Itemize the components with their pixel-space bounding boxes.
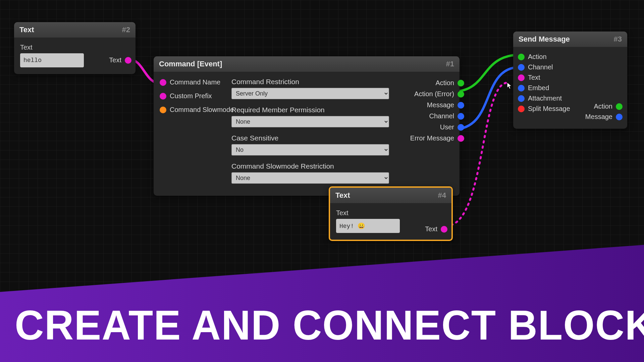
output-port-action[interactable] — [616, 103, 623, 110]
text-input[interactable] — [336, 219, 400, 233]
node-header[interactable]: Send Message #3 — [513, 32, 627, 47]
text-input[interactable] — [20, 53, 84, 67]
port-label: Attachment — [528, 95, 562, 102]
output-port-text[interactable] — [441, 226, 447, 233]
port-label: Channel — [429, 112, 454, 120]
node-title: Send Message — [519, 35, 570, 44]
port-label: Action — [528, 53, 547, 61]
input-port-text[interactable] — [518, 74, 525, 81]
port-label-text: Text — [109, 56, 121, 64]
port-label: Message — [427, 101, 454, 109]
port-label: Action — [435, 79, 454, 87]
port-label: Embed — [528, 84, 549, 92]
port-label: Command Name — [170, 78, 217, 86]
node-send-message-3[interactable]: Send Message #3 Action Channel Text — [513, 32, 627, 129]
port-label: Command Slowmode — [170, 106, 217, 114]
field-label: Command Restriction — [231, 78, 389, 86]
output-port-text[interactable] — [125, 57, 131, 64]
output-port-channel[interactable] — [458, 113, 464, 120]
port-label: Text — [528, 74, 540, 81]
node-id: #2 — [122, 25, 130, 34]
output-port-message[interactable] — [616, 114, 623, 120]
port-label: Action (Error) — [414, 90, 454, 98]
output-port-action-error[interactable] — [458, 91, 464, 98]
input-port-action[interactable] — [518, 54, 525, 60]
node-text-2[interactable]: Text #2 Text Text — [14, 22, 136, 74]
node-id: #3 — [614, 35, 622, 44]
port-label: Split Message — [528, 105, 570, 113]
port-label: Message — [585, 113, 612, 121]
input-port-slowmode[interactable] — [160, 107, 166, 113]
port-label: Error Message — [410, 134, 454, 142]
node-command-1[interactable]: Command [Event] #1 Command Name Custom P… — [154, 56, 460, 196]
port-label: Channel — [528, 63, 553, 71]
input-port-command-name[interactable] — [160, 79, 166, 86]
node-title: Command [Event] — [159, 60, 222, 68]
output-port-error-message[interactable] — [458, 135, 464, 142]
field-label: Text — [20, 44, 129, 51]
field-label: Required Member Permission — [231, 106, 389, 114]
output-port-message[interactable] — [458, 102, 464, 109]
field-label: Command Slowmode Restriction — [231, 162, 389, 170]
input-port-split-message[interactable] — [518, 106, 525, 112]
node-title: Text — [335, 191, 350, 200]
select-member-permission[interactable]: None — [231, 116, 389, 127]
node-header[interactable]: Command [Event] #1 — [154, 56, 460, 72]
node-header[interactable]: Text #4 — [330, 188, 451, 203]
field-label: Text — [336, 209, 445, 217]
node-header[interactable]: Text #2 — [14, 22, 136, 38]
output-port-action[interactable] — [458, 80, 464, 86]
banner-headline: CREATE AND CONNECT BLOCKS — [15, 301, 644, 349]
input-port-custom-prefix[interactable] — [160, 93, 166, 100]
node-title: Text — [19, 25, 34, 34]
port-label: User — [440, 123, 454, 131]
input-port-embed[interactable] — [518, 85, 525, 92]
input-port-attachment[interactable] — [518, 95, 525, 102]
select-case-sensitive[interactable]: No — [231, 144, 389, 156]
node-id: #1 — [446, 60, 454, 68]
port-label-text: Text — [425, 225, 437, 233]
cursor-icon — [507, 82, 512, 89]
select-command-restriction[interactable]: Server Only — [231, 88, 389, 99]
select-slowmode-restriction[interactable]: None — [231, 172, 389, 184]
node-id: #4 — [438, 191, 446, 200]
field-label: Case Sensitive — [231, 134, 389, 142]
input-port-channel[interactable] — [518, 64, 525, 71]
port-label: Custom Prefix — [170, 92, 212, 100]
node-text-4[interactable]: Text #4 Text Text — [329, 186, 453, 241]
port-label: Action — [594, 103, 612, 110]
output-port-user[interactable] — [458, 124, 464, 131]
